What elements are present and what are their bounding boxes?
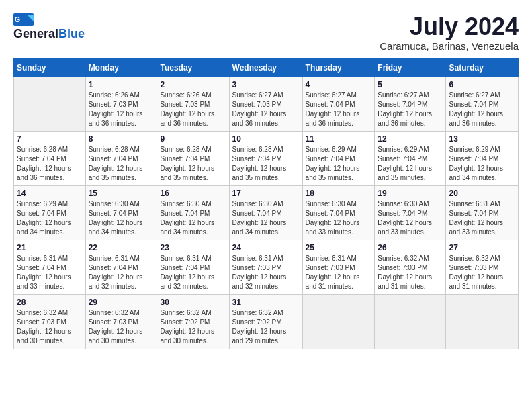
day-number: 20 — [449, 189, 515, 198]
day-number: 11 — [306, 134, 372, 144]
day-number: 29 — [89, 298, 154, 307]
col-saturday: Saturday — [446, 58, 519, 77]
calendar-cell: 16Sunrise: 6:30 AMSunset: 7:04 PMDayligh… — [157, 185, 229, 240]
day-info: Sunrise: 6:29 AMSunset: 7:04 PMDaylight:… — [306, 145, 372, 183]
day-number: 14 — [17, 189, 83, 198]
calendar-cell: 29Sunrise: 6:32 AMSunset: 7:03 PMDayligh… — [85, 294, 157, 349]
day-info: Sunrise: 6:28 AMSunset: 7:04 PMDaylight:… — [17, 145, 83, 183]
day-number: 26 — [378, 243, 443, 253]
day-info: Sunrise: 6:30 AMSunset: 7:04 PMDaylight:… — [89, 199, 154, 237]
day-number: 17 — [232, 189, 300, 198]
day-number: 3 — [232, 80, 300, 89]
day-info: Sunrise: 6:31 AMSunset: 7:04 PMDaylight:… — [17, 254, 83, 291]
header: G General Blue July 2024 Caramuca, Barin… — [13, 13, 519, 52]
calendar-cell — [375, 294, 446, 349]
logo-icon: G — [13, 13, 34, 26]
col-tuesday: Tuesday — [157, 58, 229, 77]
calendar-cell: 22Sunrise: 6:31 AMSunset: 7:04 PMDayligh… — [85, 240, 157, 294]
calendar-cell: 15Sunrise: 6:30 AMSunset: 7:04 PMDayligh… — [85, 185, 157, 240]
day-number: 19 — [378, 189, 443, 198]
calendar-cell: 25Sunrise: 6:31 AMSunset: 7:03 PMDayligh… — [302, 240, 375, 294]
day-number: 15 — [89, 189, 154, 198]
day-number: 12 — [378, 134, 443, 144]
svg-text:G: G — [15, 15, 20, 24]
day-number: 25 — [306, 243, 372, 253]
day-info: Sunrise: 6:29 AMSunset: 7:04 PMDaylight:… — [378, 145, 443, 183]
calendar-cell: 31Sunrise: 6:32 AMSunset: 7:02 PMDayligh… — [229, 294, 302, 349]
day-number: 30 — [160, 298, 226, 307]
location-subtitle: Caramuca, Barinas, Venezuela — [380, 40, 519, 52]
day-number: 10 — [232, 134, 300, 144]
calendar-cell — [14, 77, 86, 131]
calendar-cell: 11Sunrise: 6:29 AMSunset: 7:04 PMDayligh… — [302, 131, 375, 185]
day-number: 13 — [449, 134, 515, 144]
day-number: 31 — [232, 298, 300, 307]
day-info: Sunrise: 6:28 AMSunset: 7:04 PMDaylight:… — [160, 145, 226, 183]
day-info: Sunrise: 6:30 AMSunset: 7:04 PMDaylight:… — [232, 199, 300, 237]
col-monday: Monday — [85, 58, 157, 77]
day-number: 9 — [160, 134, 226, 144]
day-info: Sunrise: 6:31 AMSunset: 7:04 PMDaylight:… — [160, 254, 226, 291]
calendar-cell: 8Sunrise: 6:28 AMSunset: 7:04 PMDaylight… — [85, 131, 157, 185]
day-number: 28 — [17, 298, 83, 307]
month-year-title: July 2024 — [380, 13, 519, 40]
calendar-cell: 4Sunrise: 6:27 AMSunset: 7:04 PMDaylight… — [302, 77, 375, 131]
calendar-cell — [446, 294, 519, 349]
day-info: Sunrise: 6:29 AMSunset: 7:04 PMDaylight:… — [17, 199, 83, 237]
calendar-week-row: 14Sunrise: 6:29 AMSunset: 7:04 PMDayligh… — [14, 185, 519, 240]
calendar-cell: 1Sunrise: 6:26 AMSunset: 7:03 PMDaylight… — [85, 77, 157, 131]
day-info: Sunrise: 6:31 AMSunset: 7:03 PMDaylight:… — [306, 254, 372, 291]
day-info: Sunrise: 6:32 AMSunset: 7:02 PMDaylight:… — [160, 308, 226, 346]
day-info: Sunrise: 6:30 AMSunset: 7:04 PMDaylight:… — [306, 199, 372, 237]
day-info: Sunrise: 6:27 AMSunset: 7:04 PMDaylight:… — [306, 91, 372, 128]
day-info: Sunrise: 6:31 AMSunset: 7:03 PMDaylight:… — [232, 254, 300, 291]
calendar-week-row: 7Sunrise: 6:28 AMSunset: 7:04 PMDaylight… — [14, 131, 519, 185]
calendar-cell: 27Sunrise: 6:32 AMSunset: 7:03 PMDayligh… — [446, 240, 519, 294]
calendar-cell: 5Sunrise: 6:27 AMSunset: 7:04 PMDaylight… — [375, 77, 446, 131]
day-number: 24 — [232, 243, 300, 253]
day-number: 8 — [89, 134, 154, 144]
calendar-week-row: 21Sunrise: 6:31 AMSunset: 7:04 PMDayligh… — [14, 240, 519, 294]
day-info: Sunrise: 6:26 AMSunset: 7:03 PMDaylight:… — [89, 91, 154, 128]
calendar-cell: 12Sunrise: 6:29 AMSunset: 7:04 PMDayligh… — [375, 131, 446, 185]
calendar-cell: 19Sunrise: 6:30 AMSunset: 7:04 PMDayligh… — [375, 185, 446, 240]
day-number: 2 — [160, 80, 226, 89]
calendar-cell: 30Sunrise: 6:32 AMSunset: 7:02 PMDayligh… — [157, 294, 229, 349]
day-info: Sunrise: 6:32 AMSunset: 7:03 PMDaylight:… — [378, 254, 443, 291]
day-info: Sunrise: 6:32 AMSunset: 7:02 PMDaylight:… — [232, 308, 300, 346]
calendar-cell: 7Sunrise: 6:28 AMSunset: 7:04 PMDaylight… — [14, 131, 86, 185]
day-info: Sunrise: 6:32 AMSunset: 7:03 PMDaylight:… — [89, 308, 154, 346]
calendar-cell: 3Sunrise: 6:27 AMSunset: 7:03 PMDaylight… — [229, 77, 302, 131]
calendar-table: Sunday Monday Tuesday Wednesday Thursday… — [13, 58, 519, 349]
col-friday: Friday — [375, 58, 446, 77]
day-number: 4 — [306, 80, 372, 89]
calendar-cell: 6Sunrise: 6:27 AMSunset: 7:04 PMDaylight… — [446, 77, 519, 131]
calendar-cell: 17Sunrise: 6:30 AMSunset: 7:04 PMDayligh… — [229, 185, 302, 240]
calendar-cell: 10Sunrise: 6:28 AMSunset: 7:04 PMDayligh… — [229, 131, 302, 185]
day-number: 16 — [160, 189, 226, 198]
day-number: 1 — [89, 80, 154, 89]
day-number: 21 — [17, 243, 83, 253]
day-info: Sunrise: 6:27 AMSunset: 7:04 PMDaylight:… — [449, 91, 515, 128]
day-info: Sunrise: 6:27 AMSunset: 7:03 PMDaylight:… — [232, 91, 300, 128]
day-info: Sunrise: 6:31 AMSunset: 7:04 PMDaylight:… — [89, 254, 154, 291]
col-sunday: Sunday — [14, 58, 86, 77]
calendar-week-row: 1Sunrise: 6:26 AMSunset: 7:03 PMDaylight… — [14, 77, 519, 131]
day-info: Sunrise: 6:27 AMSunset: 7:04 PMDaylight:… — [378, 91, 443, 128]
day-info: Sunrise: 6:32 AMSunset: 7:03 PMDaylight:… — [449, 254, 515, 291]
day-info: Sunrise: 6:30 AMSunset: 7:04 PMDaylight:… — [378, 199, 443, 237]
col-thursday: Thursday — [302, 58, 375, 77]
day-number: 7 — [17, 134, 83, 144]
day-info: Sunrise: 6:28 AMSunset: 7:04 PMDaylight:… — [89, 145, 154, 183]
calendar-cell: 13Sunrise: 6:29 AMSunset: 7:04 PMDayligh… — [446, 131, 519, 185]
day-number: 5 — [378, 80, 443, 89]
calendar-cell: 21Sunrise: 6:31 AMSunset: 7:04 PMDayligh… — [14, 240, 86, 294]
calendar-cell: 9Sunrise: 6:28 AMSunset: 7:04 PMDaylight… — [157, 131, 229, 185]
logo-blue: Blue — [58, 27, 85, 41]
day-number: 27 — [449, 243, 515, 253]
day-info: Sunrise: 6:32 AMSunset: 7:03 PMDaylight:… — [17, 308, 83, 346]
day-number: 6 — [449, 80, 515, 89]
calendar-week-row: 28Sunrise: 6:32 AMSunset: 7:03 PMDayligh… — [14, 294, 519, 349]
logo: G General Blue — [13, 13, 85, 41]
calendar-cell: 18Sunrise: 6:30 AMSunset: 7:04 PMDayligh… — [302, 185, 375, 240]
